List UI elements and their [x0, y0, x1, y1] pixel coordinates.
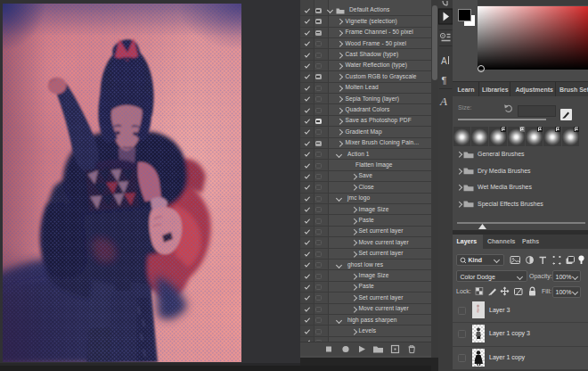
svg-text:A: A — [439, 95, 447, 108]
svg-text:A: A — [441, 56, 447, 66]
svg-text:¶: ¶ — [441, 75, 446, 86]
